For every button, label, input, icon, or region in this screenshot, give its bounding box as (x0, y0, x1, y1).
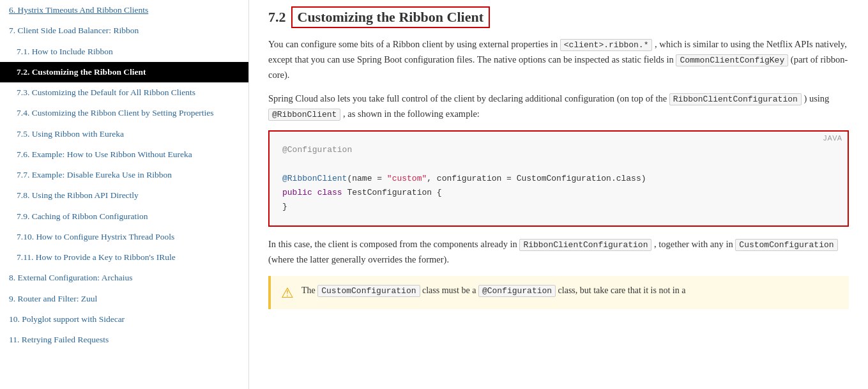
sidebar-item-item-7-8[interactable]: 7.8. Using the Ribbon API Directly (0, 185, 248, 206)
section-number: 7.2 (268, 9, 286, 26)
para1-text: You can configure some bits of a Ribbon … (268, 39, 560, 49)
para-1: You can configure some bits of a Ribbon … (268, 37, 849, 82)
para2-code1: RibbonClientConfiguration (669, 93, 802, 105)
warning-text-start: The (301, 286, 317, 295)
para1-code1: <client>.ribbon.* (560, 39, 653, 51)
warning-icon: ⚠ (281, 285, 294, 301)
warning-code1: CustomConfiguration (317, 285, 420, 297)
para3-mid: , together with any in (654, 239, 735, 249)
para2-end: , as shown in the following example: (343, 109, 480, 119)
sidebar-item-item-7-1[interactable]: 7.1. How to Include Ribbon (0, 42, 248, 62)
sidebar-item-item-10[interactable]: 10. Polyglot support with Sidecar (0, 309, 248, 330)
para3-code1: RibbonClientConfiguration (519, 239, 651, 251)
sidebar-item-item-8[interactable]: 8. External Configuration: Archaius (0, 268, 248, 288)
sidebar-item-item-7-5[interactable]: 7.5. Using Ribbon with Eureka (0, 124, 248, 144)
para2-mid: ) using (803, 93, 829, 103)
para2-code2: @RibbonClient (268, 109, 340, 121)
sidebar-item-item-7-9[interactable]: 7.9. Caching of Ribbon Configuration (0, 206, 248, 227)
sidebar-item-item-11[interactable]: 11. Retrying Failed Requests (0, 330, 248, 350)
sidebar-item-item-7[interactable]: 7. Client Side Load Balancer: Ribbon (0, 20, 248, 41)
warning-mid: class must be a (422, 286, 478, 295)
sidebar-item-item-9[interactable]: 9. Router and Filter: Zuul (0, 289, 248, 309)
sidebar-item-item-7-7[interactable]: 7.7. Example: Disable Eureka Use in Ribb… (0, 165, 248, 185)
para3-end: (where the latter generally overrides th… (268, 254, 449, 264)
para3-start: In this case, the client is composed fro… (268, 239, 519, 249)
sidebar-item-item-6[interactable]: 6. Hystrix Timeouts And Ribbon Clients (0, 0, 248, 20)
para-3: In this case, the client is composed fro… (268, 237, 849, 267)
para3-code2: CustomConfiguration (735, 239, 837, 251)
sidebar: 6. Hystrix Timeouts And Ribbon Clients7.… (0, 0, 249, 389)
warning-text: The CustomConfiguration class must be a … (301, 284, 685, 298)
para1-code2: CommonClientConfigKey (676, 54, 788, 66)
section-title: Customizing the Ribbon Client (291, 6, 491, 28)
warning-box: ⚠ The CustomConfiguration class must be … (268, 276, 849, 309)
sidebar-item-item-7-4[interactable]: 7.4. Customizing the Ribbon Client by Se… (0, 103, 248, 123)
para-2: Spring Cloud also lets you take full con… (268, 91, 849, 122)
code-block[interactable]: @Configuration @RibbonClient(name = "cus… (270, 132, 848, 225)
main-content: 7.2 Customizing the Ribbon Client You ca… (249, 0, 868, 389)
sidebar-item-item-7-3[interactable]: 7.3. Customizing the Default for All Rib… (0, 82, 248, 103)
code-lang: JAVA (823, 134, 842, 142)
warning-code2: @Configuration (478, 285, 556, 297)
warning-end: class, but take care that it is not in a (558, 286, 686, 295)
section-heading: 7.2 Customizing the Ribbon Client (268, 6, 849, 28)
sidebar-item-item-7-6[interactable]: 7.6. Example: How to Use Ribbon Without … (0, 144, 248, 165)
sidebar-nav: 6. Hystrix Timeouts And Ribbon Clients7.… (0, 0, 248, 350)
sidebar-item-item-7-10[interactable]: 7.10. How to Configure Hystrix Thread Po… (0, 227, 248, 247)
code-block-wrapper: JAVA @Configuration @RibbonClient(name =… (268, 130, 849, 226)
sidebar-item-item-7-2[interactable]: 7.2. Customizing the Ribbon Client (0, 62, 248, 82)
sidebar-item-item-7-11[interactable]: 7.11. How to Provide a Key to Ribbon's I… (0, 247, 248, 268)
para2-start: Spring Cloud also lets you take full con… (268, 93, 669, 103)
